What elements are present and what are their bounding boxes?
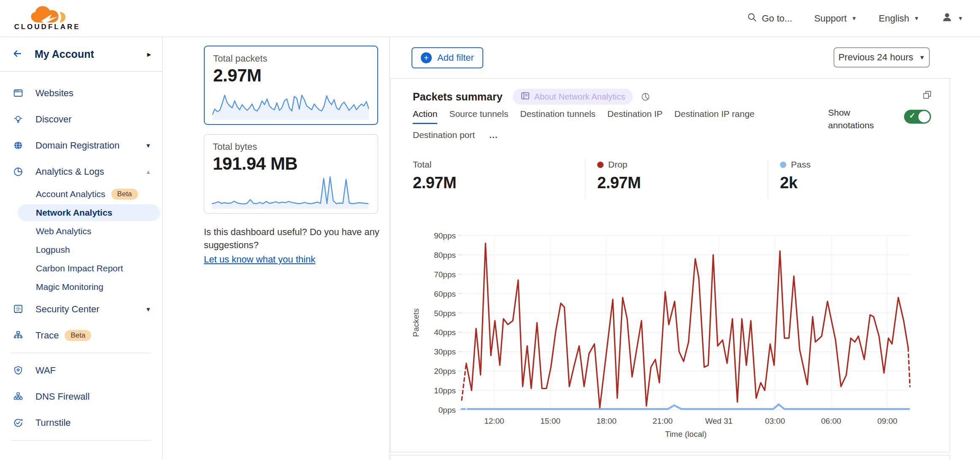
feedback-link[interactable]: Let us know what you think xyxy=(204,253,315,266)
svg-text:20pps: 20pps xyxy=(434,367,456,376)
account-menu[interactable]: ▼ xyxy=(941,11,963,26)
card-label: Total bytes xyxy=(213,141,369,152)
svg-text:50pps: 50pps xyxy=(434,309,456,318)
svg-text:03:00: 03:00 xyxy=(765,417,785,425)
svg-text:30pps: 30pps xyxy=(434,347,456,356)
check-icon: ✓ xyxy=(909,111,915,120)
sidebar-item-label: Network Analytics xyxy=(36,208,112,218)
sidebar-item-carbon-impact-report[interactable]: Carbon Impact Report xyxy=(0,259,162,278)
svg-text:10pps: 10pps xyxy=(434,386,456,395)
tab-destination-ip[interactable]: Destination IP xyxy=(607,109,663,124)
sidebar-item-web-analytics[interactable]: Web Analytics xyxy=(0,222,162,241)
top-navigation: Go to... Support ▼ English ▼ ▼ xyxy=(747,11,963,26)
total-packets-sparkline xyxy=(212,84,369,120)
sidebar-item-websites[interactable]: Websites xyxy=(0,80,162,106)
sidebar-item-domain-registration[interactable]: Domain Registration▼ xyxy=(0,133,162,159)
sidebar-item-waf[interactable]: WAF xyxy=(0,357,162,384)
stat-label: Pass xyxy=(791,160,811,170)
pie-chart-icon[interactable] xyxy=(640,92,651,104)
browser-icon xyxy=(13,88,24,99)
toggle-knob xyxy=(918,111,930,122)
safe-icon xyxy=(13,304,24,315)
svg-text:0pps: 0pps xyxy=(439,406,456,414)
tabs-more-button[interactable]: ... xyxy=(487,130,498,144)
stat-pass: Pass2k xyxy=(768,160,928,198)
chevron-down-icon: ▼ xyxy=(919,54,925,61)
stat-value: 2.97M xyxy=(597,174,768,192)
show-annotations-toggle[interactable]: ✓ xyxy=(904,110,931,124)
goto-label: Go to... xyxy=(762,13,792,24)
sidebar-item-discover[interactable]: Discover xyxy=(0,106,162,133)
tab-destination-ip-range[interactable]: Destination IP range xyxy=(674,109,755,124)
chevron-down-icon: ▼ xyxy=(851,15,857,22)
total-bytes-card[interactable]: Total bytes 191.94 MB xyxy=(204,134,378,214)
total-packets-card[interactable]: Total packets 2.97M xyxy=(204,46,378,125)
lightbulb-icon xyxy=(13,114,24,125)
globe-icon xyxy=(13,140,24,151)
svg-text:Wed 31: Wed 31 xyxy=(705,417,733,425)
sidebar-item-turnstile[interactable]: Turnstile xyxy=(0,410,162,436)
chevron-down-icon: ▼ xyxy=(958,15,963,22)
stats-row: Total2.97MDrop2.97MPass2k xyxy=(413,160,928,198)
chevron-down-icon: ▼ xyxy=(145,306,151,313)
time-range-dropdown[interactable]: Previous 24 hours ▼ xyxy=(834,47,930,68)
language-menu[interactable]: English ▼ xyxy=(879,13,919,24)
sidebar-item-network-analytics[interactable]: Network Analytics xyxy=(0,203,162,222)
pie-icon xyxy=(13,166,24,177)
sidebar-item-label: Magic Monitoring xyxy=(36,282,103,292)
sidebar-item-security-center[interactable]: Security Center▼ xyxy=(0,296,162,322)
stat-value: 2k xyxy=(780,174,928,192)
sidebar-item-label: Discover xyxy=(35,114,72,125)
svg-text:Time (local): Time (local) xyxy=(665,430,707,438)
sidebar-item-label: Websites xyxy=(35,88,73,99)
add-filter-button[interactable]: + Add filter xyxy=(411,47,483,68)
refresh-check-icon xyxy=(13,417,24,428)
language-label: English xyxy=(879,13,909,24)
expand-panel-icon[interactable] xyxy=(922,89,933,102)
sitemap-icon xyxy=(13,330,24,341)
tab-destination-tunnels[interactable]: Destination tunnels xyxy=(520,109,596,124)
next-panel-edge xyxy=(390,455,950,460)
account-header[interactable]: My Account ▸ xyxy=(0,37,162,72)
tab-destination-port[interactable]: Destination port xyxy=(413,130,475,144)
goto-search[interactable]: Go to... xyxy=(747,12,792,25)
svg-text:90pps: 90pps xyxy=(434,231,456,240)
dimension-tabs-row2: Destination port... xyxy=(413,130,498,144)
chevron-right-icon[interactable]: ▸ xyxy=(147,49,151,59)
sidebar-item-label: DNS Firewall xyxy=(35,391,89,402)
stat-total: Total2.97M xyxy=(413,160,585,198)
sidebar-item-account-analytics[interactable]: Account AnalyticsBeta xyxy=(0,185,162,203)
tab-source-tunnels[interactable]: Source tunnels xyxy=(449,109,508,124)
tab-action[interactable]: Action xyxy=(413,109,437,124)
sidebar-item-analytics-logs[interactable]: Analytics & Logs▲ xyxy=(0,159,162,185)
card-label: Total packets xyxy=(213,53,369,64)
sidebar-item-label: Logpush xyxy=(36,245,70,255)
back-arrow-icon[interactable] xyxy=(11,48,24,61)
sidebar-item-logpush[interactable]: Logpush xyxy=(0,241,162,259)
column-divider xyxy=(389,37,390,460)
sidebar-item-label: Security Center xyxy=(35,304,100,315)
svg-text:21:00: 21:00 xyxy=(652,417,673,425)
sidebar-item-dns-firewall[interactable]: DNS Firewall xyxy=(0,384,162,410)
stat-value: 2.97M xyxy=(413,174,585,192)
svg-text:09:00: 09:00 xyxy=(877,417,898,425)
sidebar-divider xyxy=(12,353,150,353)
about-network-analytics-badge[interactable]: About Network Analytics xyxy=(513,89,633,105)
feedback-block: Is this dashboard useful? Do you have an… xyxy=(204,225,383,266)
show-annotations-label: Show annotations xyxy=(828,106,882,132)
sidebar-item-label: Account Analytics xyxy=(36,189,106,199)
chevron-up-icon: ▲ xyxy=(145,168,151,175)
support-label: Support xyxy=(814,13,847,24)
sidebar-item-label: WAF xyxy=(35,365,56,376)
sidebar-item-partial[interactable] xyxy=(0,445,162,460)
feedback-text: Is this dashboard useful? Do you have an… xyxy=(204,227,379,250)
sidebar-item-magic-monitoring[interactable]: Magic Monitoring xyxy=(0,278,162,296)
top-bar: CLOUDFLARE Go to... Support ▼ English ▼ xyxy=(0,0,980,37)
support-menu[interactable]: Support ▼ xyxy=(814,13,857,24)
total-bytes-sparkline xyxy=(212,174,368,209)
user-avatar-icon xyxy=(941,11,953,26)
sidebar-item-trace[interactable]: TraceBeta xyxy=(0,322,162,349)
sidebar-item-label: Trace xyxy=(35,330,59,341)
cloudflare-logo[interactable]: CLOUDFLARE xyxy=(11,5,84,31)
svg-text:40pps: 40pps xyxy=(434,328,456,337)
